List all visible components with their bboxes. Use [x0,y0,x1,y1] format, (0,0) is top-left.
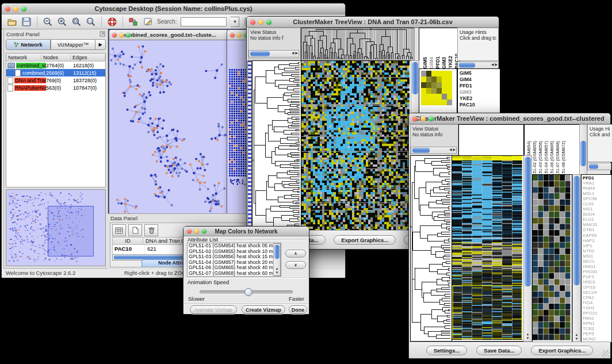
heatmap-zoom-panel[interactable] [532,174,572,342]
header-nodes[interactable]: Nodes [41,55,71,60]
matrix-cell[interactable] [437,99,442,105]
matrix-cell[interactable] [447,94,452,99]
scrollbar-thumb[interactable] [412,148,430,153]
zoom-out-icon[interactable] [43,17,53,27]
done-button[interactable]: Done [289,305,307,314]
scrollbar-thumb[interactable] [274,245,280,259]
matrix-cell[interactable] [421,99,426,105]
gene-label[interactable]: NIS1 [583,206,611,212]
heatmap-main[interactable] [301,60,411,232]
matrix-cell[interactable] [431,71,437,76]
gene-label[interactable]: GPI16 [583,285,611,290]
save-icon[interactable] [21,17,32,27]
row-dendrogram[interactable] [252,60,301,232]
matrix-cell[interactable] [437,88,442,94]
gene-label[interactable]: YRA1 [583,181,611,186]
delete-attribute-icon[interactable] [144,224,158,236]
row-label[interactable]: GIM4 [460,76,500,83]
tab-network[interactable]: Network [6,39,51,50]
matrix-cell[interactable] [442,99,447,105]
search-input[interactable] [181,17,227,26]
matrix-cell[interactable] [421,76,426,82]
gene-label[interactable]: SEC24 [583,290,611,295]
column-label[interactable]: YKE2 [447,56,453,68]
header-network[interactable]: Network [6,55,41,60]
row-label[interactable]: GIM5 [460,70,500,76]
matrix-cell[interactable] [431,82,437,88]
matrix-cell[interactable] [437,76,442,82]
scrollbar-thumb[interactable] [250,51,270,56]
birds-eye-view[interactable] [6,189,106,266]
scrollbar-thumb[interactable] [412,62,418,94]
status-panel-scrollbar[interactable]: ◀ ▶ [411,147,457,154]
column-label[interactable]: GIM5 [422,57,428,68]
export-graphics-button[interactable]: Export Graphics... [531,346,593,355]
matrix-cell[interactable] [447,71,452,76]
network-tree-row[interactable]: RNAPuberNov2+563(0)107847(0) [6,84,105,91]
gene-label[interactable]: RPO21 [583,311,611,316]
header-edges[interactable]: Edges [71,55,105,60]
gene-label[interactable]: GTB1 [583,227,611,232]
matrix-cell[interactable] [442,94,447,99]
gene-label[interactable]: BUD4 [583,212,611,217]
gene-label[interactable]: MSI1 [583,254,611,259]
network-tree-row[interactable]: DNA and Tran 07769(0)183728(0) [6,76,105,84]
zoom-in-icon[interactable] [57,17,67,27]
zoom-button[interactable] [21,6,26,12]
minimize-button[interactable] [420,116,426,121]
viewport-rectangle[interactable] [48,206,94,256]
network-tree-row[interactable]: combined_sco2569(6)13112(15) [6,69,105,76]
attribute-list-item[interactable]: GPL51-07 (GSM868) heat shock 60 min [188,271,281,277]
create-vizmap-button[interactable]: Create Vizmap [242,305,285,314]
column-dendrogram[interactable] [301,28,415,61]
minimize-button[interactable] [194,229,199,233]
attribute-list-scrollbar[interactable]: ▲▼ [273,243,281,276]
close-button[interactable] [5,6,10,12]
gene-label[interactable]: SEC1 [583,259,611,264]
minimize-button[interactable] [13,6,18,12]
zoom-button[interactable] [202,229,206,233]
resize-grip[interactable] [602,350,610,358]
gene-label[interactable]: YSH1 [583,305,611,311]
matrix-cell[interactable] [426,99,431,105]
gene-label[interactable]: PHO81 [583,269,611,274]
network-tree-row[interactable]: combined_scores_2764(0)16218(0) [6,62,105,69]
animate-vizmap-button[interactable]: Animate Vizmap [190,305,237,314]
animation-speed-slider[interactable] [200,290,293,293]
zoom-fit-icon[interactable]: 1:1 [86,17,96,27]
gene-label[interactable]: MSL1 [583,191,611,196]
scrollbar-thumb[interactable] [589,164,598,169]
matrix-cell[interactable] [447,76,452,82]
status-panel-scrollbar[interactable]: ◀ ▶ [248,50,299,58]
network-view-canvas[interactable] [109,40,227,213]
export-graphics-button[interactable]: Export Graphics... [334,235,396,245]
gene-label[interactable]: HMG1 [583,264,611,269]
gene-label[interactable]: PFD1 [583,175,611,181]
column-label[interactable]: GIM3 [441,57,447,68]
gene-label[interactable]: SPC98 [583,196,611,201]
matrix-cell[interactable] [421,94,426,99]
column-label[interactable]: PFD1 [435,56,441,68]
matrix-cell[interactable] [426,76,431,82]
row-dendrogram[interactable] [410,155,452,342]
zoom-button[interactable] [126,33,131,37]
open-file-icon[interactable] [7,17,17,27]
close-button[interactable] [230,33,235,37]
row-label[interactable]: PFD1 [460,83,500,89]
usage-panel-scrollbar[interactable] [587,163,611,170]
network-view-titlebar[interactable]: combined_scores_good.txt--cluste... [109,30,228,40]
tab-vizmapper[interactable]: VizMapper™ [51,39,95,50]
gene-label[interactable]: TCB3 [583,326,611,331]
slider-thumb[interactable] [244,288,253,296]
close-button[interactable] [250,20,255,25]
global-overview-strip[interactable] [247,60,252,232]
gene-label[interactable]: ELG1 [583,217,611,222]
gene-label[interactable]: RPN1 [583,321,611,326]
matrix-cell[interactable] [421,88,426,94]
treeview2-titlebar[interactable]: ClusterMaker TreeView : combined_scores_… [409,113,610,124]
zoom-button[interactable] [429,116,434,121]
attribute-listbox[interactable]: GPL51-01 (GSM854) heat shock 05 minGPL51… [187,243,281,277]
search-dropdown-button[interactable]: ▼ [231,17,239,27]
zoom-panel-scrollbar[interactable]: ▲▼ [572,174,581,342]
matrix-cell[interactable] [431,94,437,99]
